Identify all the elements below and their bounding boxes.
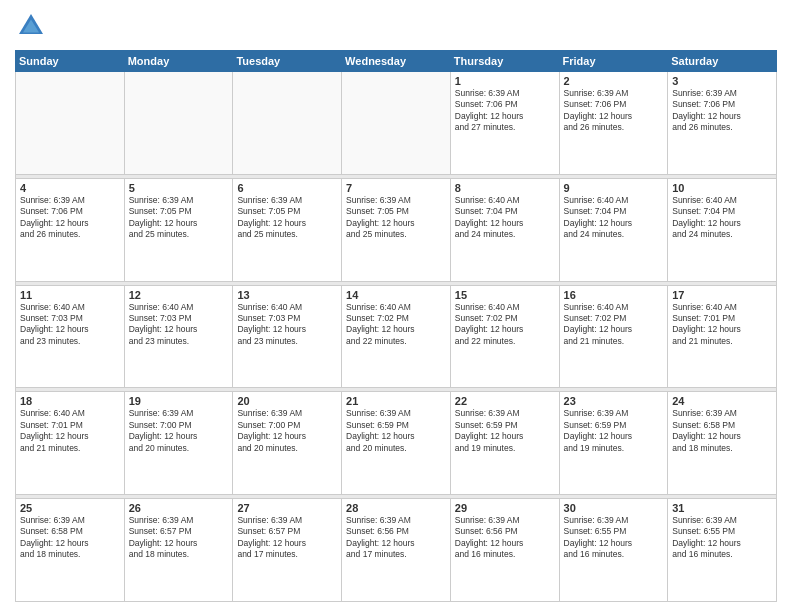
calendar-cell: 28Sunrise: 6:39 AM Sunset: 6:56 PM Dayli… xyxy=(342,499,451,602)
cell-content: Sunrise: 6:40 AM Sunset: 7:02 PM Dayligh… xyxy=(346,302,446,348)
calendar-week-row: 25Sunrise: 6:39 AM Sunset: 6:58 PM Dayli… xyxy=(16,499,777,602)
cell-content: Sunrise: 6:40 AM Sunset: 7:03 PM Dayligh… xyxy=(20,302,120,348)
cell-content: Sunrise: 6:39 AM Sunset: 6:59 PM Dayligh… xyxy=(564,408,664,454)
day-number: 30 xyxy=(564,502,664,514)
calendar-cell: 13Sunrise: 6:40 AM Sunset: 7:03 PM Dayli… xyxy=(233,285,342,388)
cell-content: Sunrise: 6:40 AM Sunset: 7:02 PM Dayligh… xyxy=(564,302,664,348)
column-header-wednesday: Wednesday xyxy=(342,51,451,72)
day-number: 17 xyxy=(672,289,772,301)
day-number: 11 xyxy=(20,289,120,301)
cell-content: Sunrise: 6:39 AM Sunset: 7:00 PM Dayligh… xyxy=(129,408,229,454)
calendar-cell: 7Sunrise: 6:39 AM Sunset: 7:05 PM Daylig… xyxy=(342,178,451,281)
column-header-monday: Monday xyxy=(124,51,233,72)
calendar-table: SundayMondayTuesdayWednesdayThursdayFrid… xyxy=(15,50,777,602)
column-header-friday: Friday xyxy=(559,51,668,72)
calendar-week-row: 4Sunrise: 6:39 AM Sunset: 7:06 PM Daylig… xyxy=(16,178,777,281)
calendar-cell: 12Sunrise: 6:40 AM Sunset: 7:03 PM Dayli… xyxy=(124,285,233,388)
day-number: 12 xyxy=(129,289,229,301)
day-number: 22 xyxy=(455,395,555,407)
cell-content: Sunrise: 6:39 AM Sunset: 6:57 PM Dayligh… xyxy=(129,515,229,561)
header xyxy=(15,10,777,42)
day-number: 2 xyxy=(564,75,664,87)
calendar-cell: 26Sunrise: 6:39 AM Sunset: 6:57 PM Dayli… xyxy=(124,499,233,602)
day-number: 25 xyxy=(20,502,120,514)
day-number: 9 xyxy=(564,182,664,194)
calendar-cell xyxy=(233,72,342,175)
calendar-cell: 4Sunrise: 6:39 AM Sunset: 7:06 PM Daylig… xyxy=(16,178,125,281)
calendar-cell xyxy=(124,72,233,175)
day-number: 27 xyxy=(237,502,337,514)
day-number: 7 xyxy=(346,182,446,194)
calendar-cell: 14Sunrise: 6:40 AM Sunset: 7:02 PM Dayli… xyxy=(342,285,451,388)
calendar-cell: 1Sunrise: 6:39 AM Sunset: 7:06 PM Daylig… xyxy=(450,72,559,175)
calendar-week-row: 18Sunrise: 6:40 AM Sunset: 7:01 PM Dayli… xyxy=(16,392,777,495)
day-number: 20 xyxy=(237,395,337,407)
calendar-cell: 6Sunrise: 6:39 AM Sunset: 7:05 PM Daylig… xyxy=(233,178,342,281)
day-number: 10 xyxy=(672,182,772,194)
calendar-cell: 2Sunrise: 6:39 AM Sunset: 7:06 PM Daylig… xyxy=(559,72,668,175)
day-number: 1 xyxy=(455,75,555,87)
calendar-cell: 24Sunrise: 6:39 AM Sunset: 6:58 PM Dayli… xyxy=(668,392,777,495)
calendar-cell: 29Sunrise: 6:39 AM Sunset: 6:56 PM Dayli… xyxy=(450,499,559,602)
calendar-cell: 10Sunrise: 6:40 AM Sunset: 7:04 PM Dayli… xyxy=(668,178,777,281)
day-number: 4 xyxy=(20,182,120,194)
cell-content: Sunrise: 6:39 AM Sunset: 7:05 PM Dayligh… xyxy=(237,195,337,241)
calendar-cell: 20Sunrise: 6:39 AM Sunset: 7:00 PM Dayli… xyxy=(233,392,342,495)
calendar-cell xyxy=(342,72,451,175)
cell-content: Sunrise: 6:39 AM Sunset: 6:58 PM Dayligh… xyxy=(20,515,120,561)
calendar-cell: 25Sunrise: 6:39 AM Sunset: 6:58 PM Dayli… xyxy=(16,499,125,602)
cell-content: Sunrise: 6:39 AM Sunset: 7:05 PM Dayligh… xyxy=(129,195,229,241)
day-number: 3 xyxy=(672,75,772,87)
cell-content: Sunrise: 6:39 AM Sunset: 6:55 PM Dayligh… xyxy=(672,515,772,561)
day-number: 8 xyxy=(455,182,555,194)
cell-content: Sunrise: 6:40 AM Sunset: 7:02 PM Dayligh… xyxy=(455,302,555,348)
cell-content: Sunrise: 6:40 AM Sunset: 7:04 PM Dayligh… xyxy=(455,195,555,241)
calendar-week-row: 1Sunrise: 6:39 AM Sunset: 7:06 PM Daylig… xyxy=(16,72,777,175)
cell-content: Sunrise: 6:39 AM Sunset: 7:05 PM Dayligh… xyxy=(346,195,446,241)
calendar-cell: 30Sunrise: 6:39 AM Sunset: 6:55 PM Dayli… xyxy=(559,499,668,602)
calendar-cell: 3Sunrise: 6:39 AM Sunset: 7:06 PM Daylig… xyxy=(668,72,777,175)
cell-content: Sunrise: 6:39 AM Sunset: 7:00 PM Dayligh… xyxy=(237,408,337,454)
cell-content: Sunrise: 6:39 AM Sunset: 6:58 PM Dayligh… xyxy=(672,408,772,454)
cell-content: Sunrise: 6:40 AM Sunset: 7:03 PM Dayligh… xyxy=(237,302,337,348)
column-header-tuesday: Tuesday xyxy=(233,51,342,72)
day-number: 28 xyxy=(346,502,446,514)
day-number: 16 xyxy=(564,289,664,301)
cell-content: Sunrise: 6:40 AM Sunset: 7:03 PM Dayligh… xyxy=(129,302,229,348)
calendar-cell: 18Sunrise: 6:40 AM Sunset: 7:01 PM Dayli… xyxy=(16,392,125,495)
day-number: 21 xyxy=(346,395,446,407)
calendar-cell xyxy=(16,72,125,175)
day-number: 13 xyxy=(237,289,337,301)
cell-content: Sunrise: 6:39 AM Sunset: 6:59 PM Dayligh… xyxy=(455,408,555,454)
calendar-cell: 17Sunrise: 6:40 AM Sunset: 7:01 PM Dayli… xyxy=(668,285,777,388)
cell-content: Sunrise: 6:39 AM Sunset: 6:56 PM Dayligh… xyxy=(346,515,446,561)
cell-content: Sunrise: 6:39 AM Sunset: 6:55 PM Dayligh… xyxy=(564,515,664,561)
logo xyxy=(15,10,51,42)
cell-content: Sunrise: 6:39 AM Sunset: 6:57 PM Dayligh… xyxy=(237,515,337,561)
cell-content: Sunrise: 6:39 AM Sunset: 7:06 PM Dayligh… xyxy=(564,88,664,134)
calendar-cell: 23Sunrise: 6:39 AM Sunset: 6:59 PM Dayli… xyxy=(559,392,668,495)
day-number: 5 xyxy=(129,182,229,194)
day-number: 23 xyxy=(564,395,664,407)
calendar-cell: 15Sunrise: 6:40 AM Sunset: 7:02 PM Dayli… xyxy=(450,285,559,388)
calendar-cell: 16Sunrise: 6:40 AM Sunset: 7:02 PM Dayli… xyxy=(559,285,668,388)
calendar-cell: 31Sunrise: 6:39 AM Sunset: 6:55 PM Dayli… xyxy=(668,499,777,602)
calendar-week-row: 11Sunrise: 6:40 AM Sunset: 7:03 PM Dayli… xyxy=(16,285,777,388)
cell-content: Sunrise: 6:40 AM Sunset: 7:01 PM Dayligh… xyxy=(672,302,772,348)
column-header-sunday: Sunday xyxy=(16,51,125,72)
day-number: 29 xyxy=(455,502,555,514)
day-number: 24 xyxy=(672,395,772,407)
calendar-cell: 8Sunrise: 6:40 AM Sunset: 7:04 PM Daylig… xyxy=(450,178,559,281)
calendar-cell: 9Sunrise: 6:40 AM Sunset: 7:04 PM Daylig… xyxy=(559,178,668,281)
day-number: 6 xyxy=(237,182,337,194)
calendar-header-row: SundayMondayTuesdayWednesdayThursdayFrid… xyxy=(16,51,777,72)
column-header-thursday: Thursday xyxy=(450,51,559,72)
cell-content: Sunrise: 6:40 AM Sunset: 7:01 PM Dayligh… xyxy=(20,408,120,454)
day-number: 26 xyxy=(129,502,229,514)
day-number: 15 xyxy=(455,289,555,301)
cell-content: Sunrise: 6:39 AM Sunset: 7:06 PM Dayligh… xyxy=(20,195,120,241)
cell-content: Sunrise: 6:39 AM Sunset: 7:06 PM Dayligh… xyxy=(455,88,555,134)
calendar-cell: 27Sunrise: 6:39 AM Sunset: 6:57 PM Dayli… xyxy=(233,499,342,602)
calendar-cell: 19Sunrise: 6:39 AM Sunset: 7:00 PM Dayli… xyxy=(124,392,233,495)
cell-content: Sunrise: 6:39 AM Sunset: 6:59 PM Dayligh… xyxy=(346,408,446,454)
